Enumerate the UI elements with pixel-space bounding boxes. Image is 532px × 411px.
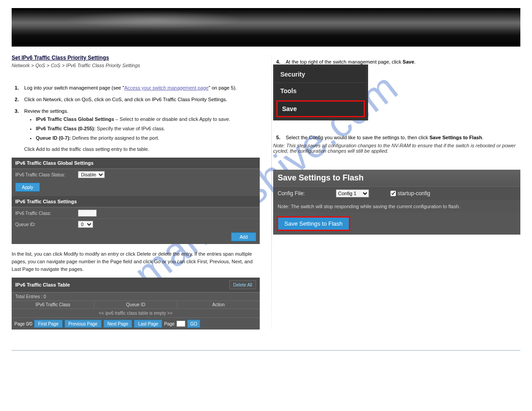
add-instruction: Click Add to add the traffic class setti… xyxy=(24,146,260,153)
bullet-2: IPv6 Traffic Class (0-255): Specify the … xyxy=(36,125,260,133)
delete-all-button[interactable]: Delete All xyxy=(229,280,256,289)
ipv6-class-label: IPv6 Traffic Class: xyxy=(15,211,78,216)
apply-button[interactable]: Apply xyxy=(15,183,40,192)
footer-rule xyxy=(12,350,520,351)
nav-item-security[interactable]: Security xyxy=(275,66,366,82)
last-page-button[interactable]: Last Page xyxy=(134,320,162,328)
right-note: Note: This step saves all configuration … xyxy=(273,143,520,154)
first-page-button[interactable]: First Page xyxy=(34,320,63,328)
previous-page-button[interactable]: Previous Page xyxy=(64,320,102,328)
step-number-3: 3. xyxy=(12,108,19,153)
step-number-2: 2. xyxy=(12,97,19,102)
col-ipv6-class: IPv6 Traffic Class xyxy=(12,301,94,308)
step-5-text: Select the Config you would like to save… xyxy=(286,135,520,140)
startup-config-checkbox[interactable] xyxy=(390,191,396,196)
table-empty-msg: << ipv6 traffic class table is empty >> xyxy=(12,309,260,318)
page-input[interactable] xyxy=(176,321,185,327)
bullet-1: IPv6 Traffic Class Global Settings – Sel… xyxy=(36,116,260,123)
add-button[interactable]: Add xyxy=(231,232,256,241)
step-number-4: 4. xyxy=(273,59,280,64)
total-entries: Total Entries : 0 xyxy=(12,292,260,300)
column-divider xyxy=(271,55,272,330)
step-3-text: Review the settings. IPv6 Traffic Class … xyxy=(24,108,260,153)
step-1-link[interactable]: Access your switch management page xyxy=(124,85,208,90)
ipv6-global-settings-panel: IPv6 Traffic Class Global Settings IPv6 … xyxy=(12,158,260,244)
queue-id-label: Queue ID: xyxy=(15,222,78,227)
startup-config-label: startup-config xyxy=(398,190,430,197)
go-button[interactable]: GO xyxy=(187,320,201,328)
delete-instruction: In the list, you can click Modify to mod… xyxy=(12,250,260,273)
page-banner xyxy=(12,8,520,47)
col-queue-id: Queue ID xyxy=(94,301,177,308)
ipv6-settings-title: IPv6 Traffic Class Settings xyxy=(12,196,260,207)
ipv6-status-label: IPv6 Traffic Class Status: xyxy=(15,172,78,177)
startup-config-checkbox-wrap[interactable]: startup-config xyxy=(390,190,516,197)
flash-note: Note: The switch will stop responding wh… xyxy=(273,200,520,213)
flash-config-select[interactable]: Config 1 xyxy=(336,189,369,197)
nav-menu-screenshot: Security Tools Save xyxy=(273,64,368,120)
ipv6-table-title: IPv6 Traffic Class Table xyxy=(15,282,70,287)
page-position: Page 0/0 xyxy=(14,321,32,326)
flash-panel: Save Settings to Flash Config File: Conf… xyxy=(273,170,520,235)
nav-path: Network > QoS > CoS > IPv6 Traffic Class… xyxy=(12,63,260,68)
ipv6-global-title: IPv6 Traffic Class Global Settings xyxy=(12,158,260,169)
step-2-text: Click on Network, click on QoS, click on… xyxy=(24,97,260,102)
ipv6-status-select[interactable]: Disabled xyxy=(78,171,105,178)
nav-item-tools[interactable]: Tools xyxy=(275,82,366,99)
step-number-5: 5. xyxy=(273,135,280,140)
flash-config-label: Config File: xyxy=(278,190,331,197)
bullet-3: Queue ID (0-7): Defines the priority ass… xyxy=(36,134,260,142)
col-action: Action xyxy=(177,301,260,308)
step-1-text: Log into your switch management page (se… xyxy=(24,85,260,90)
nav-item-save[interactable]: Save xyxy=(276,100,365,117)
next-page-button[interactable]: Next Page xyxy=(103,320,133,328)
save-settings-button[interactable]: Save Settings to Flash xyxy=(278,217,349,230)
heading-link[interactable]: Set IPv6 Traffic Class Priority Settings xyxy=(12,55,109,61)
queue-id-select[interactable]: 0 xyxy=(78,221,93,228)
flash-title: Save Settings to Flash xyxy=(273,170,520,186)
step-number-1: 1. xyxy=(12,85,19,90)
step-4-text: At the top right of the switch managemen… xyxy=(286,59,520,64)
page-label: Page xyxy=(164,321,174,326)
ipv6-class-input[interactable] xyxy=(78,210,97,217)
ipv6-class-table-panel: IPv6 Traffic Class Table Delete All Tota… xyxy=(12,278,260,330)
